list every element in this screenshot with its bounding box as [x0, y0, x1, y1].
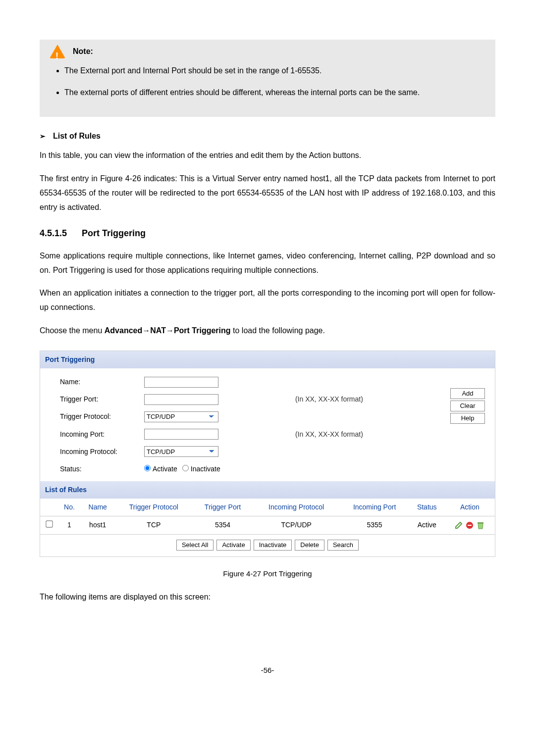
status-activate-radio[interactable] — [144, 465, 151, 471]
col-status: Status — [409, 499, 445, 516]
status-inactivate-radio[interactable] — [182, 465, 189, 471]
note-bullet-2: The external ports of different entries … — [64, 86, 485, 100]
note-bullet-1: The External port and Internal Port shou… — [64, 64, 485, 78]
trigger-port-label: Trigger Port: — [60, 393, 144, 405]
trigger-port-hint: (In XX, XX-XX format) — [288, 393, 430, 405]
following-items-paragraph: The following items are displayed on thi… — [40, 590, 495, 605]
remove-icon[interactable] — [466, 521, 474, 529]
status-label: Status: — [60, 463, 144, 475]
row-checkbox[interactable] — [46, 521, 53, 528]
add-button[interactable]: Add — [450, 388, 485, 399]
port-triggering-panel: Port Triggering Name: Trigger Port: (In … — [40, 351, 495, 557]
status-inactivate-option[interactable]: Inactivate — [182, 463, 220, 475]
col-trigger-port: Trigger Port — [193, 499, 253, 516]
incoming-protocol-label: Incoming Protocol: — [60, 446, 144, 458]
pt-paragraph-2: When an application initiates a connecti… — [40, 286, 495, 315]
svg-rect-2 — [478, 522, 483, 523]
table-row: 1 host1 TCP 5354 TCP/UDP 5355 Active — [40, 516, 495, 534]
col-no: No. — [58, 499, 81, 516]
warning-icon — [50, 45, 65, 58]
trigger-protocol-select[interactable]: TCP/UDP — [144, 411, 218, 422]
svg-rect-1 — [468, 525, 472, 526]
inactivate-button[interactable]: Inactivate — [254, 540, 292, 551]
help-button[interactable]: Help — [450, 413, 485, 424]
trigger-port-input[interactable] — [144, 394, 218, 405]
incoming-protocol-select[interactable]: TCP/UDP — [144, 446, 218, 457]
edit-icon[interactable] — [455, 521, 463, 529]
first-entry-paragraph: The first entry in Figure 4-26 indicates… — [40, 172, 495, 214]
name-input[interactable] — [144, 377, 218, 388]
list-intro-paragraph: In this table, you can view the informat… — [40, 149, 495, 163]
menu-path-paragraph: Choose the menu Advanced→NAT→Port Trigge… — [40, 324, 495, 338]
col-incoming-protocol: Incoming Protocol — [253, 499, 340, 516]
activate-button[interactable]: Activate — [216, 540, 250, 551]
select-all-button[interactable]: Select All — [176, 540, 214, 551]
figure-caption: Figure 4-27 Port Triggering — [40, 567, 495, 580]
name-label: Name: — [60, 376, 144, 388]
col-name: Name — [81, 499, 115, 516]
page-number: -56- — [40, 663, 495, 677]
incoming-port-hint: (In XX, XX-XX format) — [288, 428, 430, 441]
delete-button[interactable]: Delete — [295, 540, 324, 551]
note-box: Note: The External port and Internal Por… — [40, 40, 495, 117]
col-incoming-port: Incoming Port — [340, 499, 409, 516]
col-trigger-protocol: Trigger Protocol — [114, 499, 193, 516]
search-button[interactable]: Search — [327, 540, 359, 551]
col-action: Action — [445, 499, 495, 516]
status-activate-option[interactable]: Activate — [144, 463, 177, 475]
trigger-protocol-label: Trigger Protocol: — [60, 410, 144, 423]
list-of-rules-title: List of Rules — [40, 481, 495, 499]
list-of-rules-heading: ➢ List of Rules — [40, 129, 495, 144]
panel-title: Port Triggering — [40, 351, 495, 368]
clear-button[interactable]: Clear — [450, 401, 485, 411]
arrow-icon: ➢ — [40, 130, 46, 143]
note-label: Note: — [73, 45, 93, 59]
pt-paragraph-1: Some applications require multiple conne… — [40, 249, 495, 278]
rules-table: No. Name Trigger Protocol Trigger Port I… — [40, 499, 495, 534]
section-heading: 4.5.1.5 Port Triggering — [40, 225, 495, 241]
delete-icon[interactable] — [477, 521, 484, 529]
incoming-port-input[interactable] — [144, 429, 218, 440]
incoming-port-label: Incoming Port: — [60, 428, 144, 441]
